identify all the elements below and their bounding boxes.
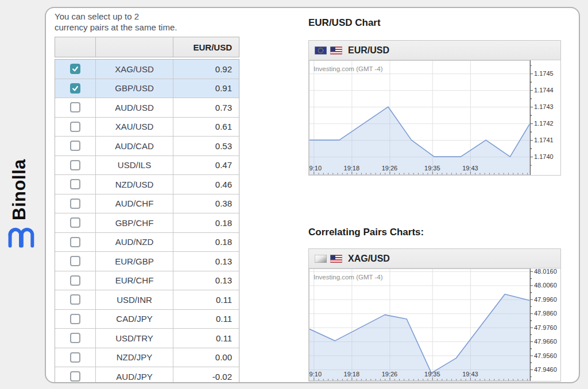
instructions-line2: currency pairs at the same time. bbox=[55, 22, 177, 33]
svg-text:1.1741: 1.1741 bbox=[534, 137, 554, 143]
main-panel: You can select up to 2 currency pairs at… bbox=[45, 7, 580, 383]
pair-name: GBP/USD bbox=[95, 79, 173, 98]
pair-checkbox[interactable] bbox=[70, 256, 80, 266]
pair-name: NZD/USD bbox=[95, 175, 173, 194]
main-chart-heading: EUR/USD Chart bbox=[308, 17, 381, 29]
table-row[interactable]: NZD/USD 0.46 bbox=[55, 175, 239, 194]
pair-name: AUD/NZD bbox=[95, 233, 173, 252]
table-row[interactable]: AUD/JPY -0.02 bbox=[55, 367, 239, 383]
header-value-column: EUR/USD bbox=[173, 37, 239, 57]
selection-instructions: You can select up to 2 currency pairs at… bbox=[55, 11, 177, 33]
pair-checkbox[interactable] bbox=[70, 199, 80, 209]
pair-checkbox[interactable] bbox=[70, 179, 80, 189]
correlation-value: 0.91 bbox=[173, 79, 239, 98]
pair-checkbox[interactable] bbox=[70, 160, 80, 170]
pair-name: CAD/JPY bbox=[95, 310, 173, 329]
pair-checkbox[interactable] bbox=[70, 122, 80, 132]
binolla-wordmark: Binolla bbox=[9, 159, 30, 220]
table-row[interactable]: USD/TRY 0.11 bbox=[55, 329, 239, 348]
correlation-value: 0.73 bbox=[173, 98, 239, 117]
svg-text:47.9960: 47.9960 bbox=[534, 296, 557, 303]
pair-name: GBP/CHF bbox=[95, 213, 173, 232]
correlation-value: 0.13 bbox=[173, 252, 239, 271]
svg-text:47.9660: 47.9660 bbox=[534, 338, 557, 345]
correlation-value: 0.92 bbox=[173, 60, 239, 79]
table-body: XAG/USD 0.92 GBP/USD 0.91 bbox=[55, 59, 239, 383]
svg-text:19:43: 19:43 bbox=[462, 165, 478, 172]
pair-name: USD/INR bbox=[95, 290, 173, 309]
eurusd-chart-header: EUR/USD bbox=[309, 41, 560, 60]
correlation-value: 0.11 bbox=[173, 329, 239, 348]
svg-text:1.1743: 1.1743 bbox=[534, 103, 554, 110]
pair-name: AUD/CAD bbox=[95, 137, 173, 155]
table-row[interactable]: EUR/GBP 0.13 bbox=[55, 252, 239, 271]
table-row[interactable]: XAU/USD 0.61 bbox=[55, 118, 239, 137]
pair-checkbox[interactable] bbox=[70, 237, 80, 247]
table-row[interactable]: EUR/CHF 0.13 bbox=[55, 271, 239, 291]
correlation-value: 0.13 bbox=[173, 271, 239, 290]
svg-text:47.9460: 47.9460 bbox=[534, 366, 557, 373]
header-pair-column bbox=[95, 37, 173, 57]
us-flag-icon bbox=[330, 255, 342, 263]
svg-text:47.9860: 47.9860 bbox=[534, 310, 557, 317]
pair-name: AUD/USD bbox=[95, 98, 173, 117]
correlation-value: 0.00 bbox=[173, 348, 239, 367]
pair-checkbox[interactable] bbox=[70, 83, 80, 94]
table-row[interactable]: USD/INR 0.11 bbox=[55, 290, 239, 310]
checkmark-icon bbox=[72, 85, 79, 92]
pair-checkbox[interactable] bbox=[70, 102, 80, 112]
pair-checkbox[interactable] bbox=[70, 333, 80, 343]
pair-checkbox[interactable] bbox=[70, 314, 80, 324]
correlation-value: 0.18 bbox=[173, 213, 239, 232]
table-row[interactable]: AUD/NZD 0.18 bbox=[55, 233, 239, 252]
svg-text:19:26: 19:26 bbox=[382, 371, 398, 378]
pair-checkbox[interactable] bbox=[70, 64, 80, 74]
eurusd-chart-title: EUR/USD bbox=[348, 45, 389, 56]
correlation-value: 0.53 bbox=[173, 137, 239, 155]
svg-text:Investing.com (GMT -4): Investing.com (GMT -4) bbox=[314, 65, 383, 72]
table-row[interactable]: AUD/CAD 0.53 bbox=[55, 137, 239, 156]
eu-flag-icon bbox=[315, 46, 327, 55]
table-row[interactable]: AUD/CHF 0.38 bbox=[55, 194, 239, 214]
pair-name: AUD/CHF bbox=[95, 194, 173, 213]
pair-checkbox[interactable] bbox=[70, 275, 80, 286]
currency-pairs-table: EUR/USD XAG/USD 0.92 bbox=[55, 37, 239, 383]
pair-checkbox[interactable] bbox=[70, 217, 80, 228]
pair-checkbox[interactable] bbox=[70, 371, 80, 382]
pair-checkbox[interactable] bbox=[70, 294, 80, 305]
svg-text:47.9560: 47.9560 bbox=[534, 352, 557, 359]
svg-text:19:26: 19:26 bbox=[382, 165, 398, 172]
correlating-charts-heading: Correlating Pairs Charts: bbox=[308, 227, 424, 238]
xagusd-area-chart: 19:1019:1819:2619:3519:4348.016048.00604… bbox=[309, 269, 562, 381]
svg-text:Investing.com (GMT -4): Investing.com (GMT -4) bbox=[314, 274, 383, 281]
table-row[interactable]: CAD/JPY 0.11 bbox=[55, 310, 239, 329]
pair-checkbox[interactable] bbox=[70, 352, 80, 363]
svg-text:19:43: 19:43 bbox=[462, 371, 478, 378]
svg-text:1.1740: 1.1740 bbox=[534, 153, 554, 160]
pair-name: EUR/GBP bbox=[95, 252, 173, 271]
checkmark-icon bbox=[72, 65, 79, 72]
table-row[interactable]: GBP/USD 0.91 bbox=[55, 79, 239, 99]
xagusd-chart-panel: XAG/USD 19:1019:1819:2619:3519:4348.0160… bbox=[308, 248, 561, 382]
svg-text:19:10: 19:10 bbox=[309, 371, 322, 378]
correlation-value: 0.46 bbox=[173, 175, 239, 194]
svg-text:48.0060: 48.0060 bbox=[534, 282, 557, 289]
pair-name: XAU/USD bbox=[95, 118, 173, 137]
correlation-value: 0.61 bbox=[173, 118, 239, 137]
pair-name: XAG/USD bbox=[95, 60, 173, 79]
svg-text:1.1742: 1.1742 bbox=[534, 120, 554, 127]
table-row[interactable]: NZD/JPY 0.00 bbox=[55, 348, 239, 368]
table-row[interactable]: AUD/USD 0.73 bbox=[55, 98, 239, 118]
table-row[interactable]: XAG/USD 0.92 bbox=[55, 60, 239, 79]
correlation-value: 0.18 bbox=[173, 233, 239, 252]
pair-checkbox[interactable] bbox=[70, 141, 80, 151]
silver-icon bbox=[315, 255, 327, 263]
table-row[interactable]: USD/ILS 0.47 bbox=[55, 156, 239, 176]
header-checkbox-column bbox=[55, 37, 95, 57]
svg-text:19:10: 19:10 bbox=[309, 165, 322, 172]
pair-name: USD/TRY bbox=[95, 329, 173, 348]
svg-text:48.0160: 48.0160 bbox=[534, 269, 557, 275]
table-row[interactable]: GBP/CHF 0.18 bbox=[55, 213, 239, 233]
xagusd-chart-header: XAG/USD bbox=[309, 249, 560, 269]
svg-text:19:35: 19:35 bbox=[424, 371, 440, 378]
